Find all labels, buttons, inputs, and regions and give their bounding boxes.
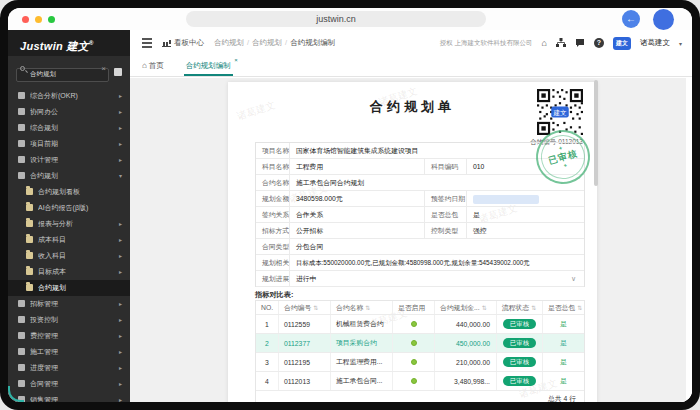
sidebar-search-input[interactable] — [16, 68, 109, 82]
sidebar-item-contract-planning-active[interactable]: 合约规划 — [8, 280, 130, 296]
browser-titlebar: justwin.cn ← — [8, 8, 692, 30]
breadcrumb: 合约规划/合约规划/合约规划编制 — [214, 38, 335, 48]
chevron-down-icon[interactable]: ∨ — [571, 271, 576, 287]
form-row-amount: 规划金额 3480598.000元 预签约日期 — [256, 191, 584, 207]
close-tab-icon[interactable]: × — [234, 57, 238, 63]
form-row-contract-type: 合同类型 分包合同 — [256, 239, 584, 255]
sidebar-item-contract-planning[interactable]: 合约规划 — [8, 168, 130, 184]
sidebar-item-project-early[interactable]: 项目前期 — [8, 136, 130, 152]
home-icon: ⌂ — [142, 61, 147, 70]
back-button[interactable]: ← — [622, 10, 640, 28]
investment-icon — [18, 316, 25, 323]
breadcrumb-item[interactable]: 合约规划 — [214, 38, 244, 47]
minimize-window-icon[interactable] — [35, 16, 42, 23]
home-icon[interactable]: ⌂ — [542, 38, 547, 48]
window-scrollbar-track[interactable] — [686, 78, 692, 402]
analysis-icon — [18, 92, 25, 99]
maximize-window-icon[interactable] — [48, 16, 55, 23]
compare-table-caption: 指标对比表: — [255, 290, 293, 300]
dashboard-icon — [162, 39, 171, 47]
sidebar-item-okr-analysis[interactable]: 综合分析(OKR) — [8, 88, 130, 104]
status-badge: 已审核 — [503, 376, 536, 386]
sidebar-menu: 综合分析(OKR) 协同办公 综合规划 项目前期 设计管理 合约规划 合约规划看… — [8, 88, 130, 403]
close-window-icon[interactable] — [22, 16, 29, 23]
sort-column[interactable]: 流程状态 — [496, 301, 542, 314]
chevron-down-icon[interactable]: ▾ — [679, 40, 682, 47]
compare-table: NO. 合约编号 合约名称 是否启用 合约规划金... 流程状态 是否总包 1 … — [255, 300, 585, 402]
sidebar-item-investment[interactable]: 投资控制 — [8, 312, 130, 328]
folder-icon — [26, 188, 33, 195]
presign-date-field[interactable] — [473, 195, 539, 204]
clear-search-icon[interactable]: × — [101, 63, 106, 75]
table-row[interactable]: 1 0112559 机械租赁费合约 440,000.00 已审核 是 — [256, 315, 584, 334]
sidebar-item-ai-report[interactable]: AI合约报告(β版) — [8, 200, 130, 216]
schedule-icon — [18, 364, 25, 371]
sidebar-item-expense[interactable]: 费控管理 — [8, 328, 130, 344]
sort-column[interactable]: 合约编号 — [278, 301, 330, 314]
sort-column[interactable]: 合约名称 — [330, 301, 392, 314]
contract-icon — [18, 172, 25, 179]
breadcrumb-item[interactable]: 合约规划 — [252, 38, 282, 47]
folder-icon — [26, 220, 33, 227]
progress-select[interactable]: 进行中 — [296, 275, 316, 282]
status-badge: 已审核 — [503, 338, 536, 348]
enabled-dot-icon — [411, 340, 417, 346]
table-row[interactable]: 4 0112013 施工承包合同... 3,480,998... 已审核 是 — [256, 372, 584, 391]
expense-icon — [18, 332, 25, 339]
sidebar: Justwin 建文® × 综合分析(OKR) 协同办公 综合规划 项目前期 设… — [8, 30, 130, 402]
table-footer-count: 总共 4 行 — [256, 391, 584, 402]
sidebar-item-design[interactable]: 设计管理 — [8, 152, 130, 168]
user-menu[interactable]: 诸葛建文 — [640, 38, 670, 48]
enabled-dot-icon — [411, 359, 417, 365]
compare-table-header: NO. 合约编号 合约名称 是否启用 合约规划金... 流程状态 是否总包 — [256, 301, 584, 315]
form-row-relation: 签约关系 合作关系 是否总包 是 — [256, 207, 584, 223]
sidebar-item-cost-subjects[interactable]: 成本科目 — [8, 232, 130, 248]
dashboard-link[interactable]: 看板中心 — [174, 38, 204, 48]
hamburger-menu-icon[interactable] — [142, 38, 152, 40]
table-row[interactable]: 3 0112195 工程监理费用... 210,000.00 已审核 是 — [256, 353, 584, 372]
tab-home[interactable]: ⌂首页 — [142, 61, 164, 76]
top-navigation-bar: 看板中心 合约规划/合约规划/合约规划编制 授权 上海建文软件科技有限公司 ⌂ … — [130, 30, 692, 56]
sidebar-item-contract-mgmt[interactable]: 合同管理 — [8, 376, 130, 392]
sidebar-item-reports-analysis[interactable]: 报表与分析 — [8, 216, 130, 232]
traffic-lights[interactable] — [22, 16, 55, 23]
contract-form: 项目名称 国家体育场馆智能建筑集成系统建设项目 科目名称 工程费用 科目编码 0… — [255, 142, 585, 287]
sidebar-item-construction[interactable]: 施工管理 — [8, 344, 130, 360]
folder-icon — [26, 252, 33, 259]
address-bar[interactable]: justwin.cn — [186, 11, 486, 27]
page-scrollbar[interactable] — [594, 80, 598, 186]
tenant-badge: 建文 — [613, 37, 631, 50]
sidebar-item-sales[interactable]: 销售管理 — [8, 392, 130, 403]
tab-contract-planning-edit[interactable]: 合约规划编制× — [186, 61, 231, 76]
org-chart-icon[interactable] — [556, 38, 566, 48]
sidebar-item-planning-board[interactable]: 合约规划看板 — [8, 184, 130, 200]
planning-icon — [18, 124, 25, 131]
status-badge: 已审核 — [503, 357, 536, 367]
contract-planning-sheet: 诸葛建文 诸葛建文 诸葛建文 诸葛建文 诸葛建文 诸葛建文 合约规划单 — [228, 82, 597, 402]
sort-column[interactable]: 合约规划金... — [434, 301, 496, 314]
sidebar-item-schedule[interactable]: 进度管理 — [8, 360, 130, 376]
help-icon[interactable]: ? — [594, 38, 604, 48]
construction-icon — [18, 348, 25, 355]
folder-icon — [26, 284, 33, 291]
table-row-selected[interactable]: 2 0112377 项目采购合约 450,000.00 已审核 是 — [256, 334, 584, 353]
sort-column[interactable]: 是否总包 — [542, 301, 584, 314]
corner-accent — [8, 386, 24, 402]
folder-icon — [26, 236, 33, 243]
account-button[interactable] — [653, 9, 674, 30]
design-icon — [18, 156, 25, 163]
sidebar-item-income-subjects[interactable]: 收入科目 — [8, 248, 130, 264]
enabled-dot-icon — [411, 321, 417, 327]
form-row-contract-name: 合约名称 施工承包合同合约规划 — [256, 175, 584, 191]
browser-window-frame: justwin.cn ← Justwin 建文® × 综合分析(OKR) — [0, 0, 700, 410]
form-row-progress: 规划进展 进行中∨ — [256, 271, 584, 287]
status-badge: 已审核 — [503, 319, 536, 329]
qr-code: 建文 — [537, 89, 583, 135]
sidebar-item-general-planning[interactable]: 综合规划 — [8, 120, 130, 136]
sidebar-item-bidding[interactable]: 招标管理 — [8, 296, 130, 312]
message-icon[interactable] — [575, 38, 585, 48]
sidebar-item-target-cost[interactable]: 目标成本 — [8, 264, 130, 280]
sidebar-item-collaboration[interactable]: 协同办公 — [8, 104, 130, 120]
content-area: 诸葛建文 诸葛建文 诸葛建文 诸葛建文 诸葛建文 诸葛建文 合约规划单 — [130, 78, 686, 402]
sidebar-collapse-icon[interactable] — [114, 68, 122, 76]
